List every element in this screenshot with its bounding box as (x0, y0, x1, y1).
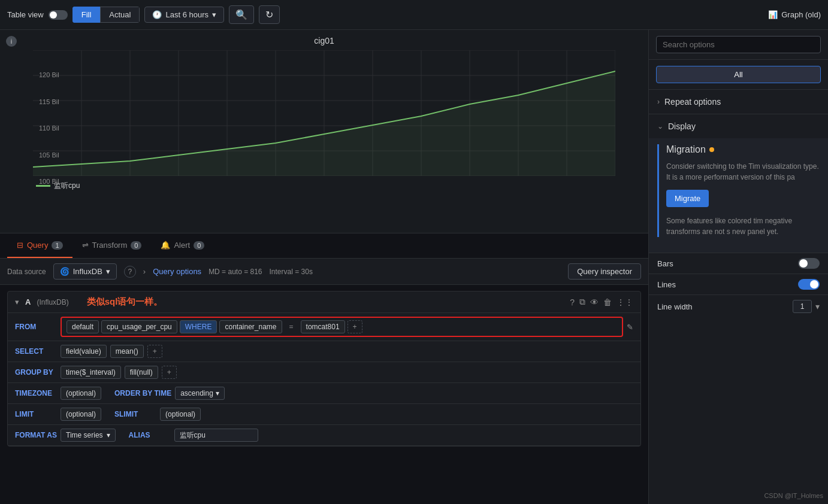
y-axis-label-3: 110 Bil (39, 125, 59, 132)
value-token[interactable]: tomcat801 (301, 320, 345, 333)
query-block-actions: ? ⧉ 👁 🗑 ⋮⋮ (570, 297, 633, 307)
linewidth-control: 1 ▾ (793, 300, 820, 313)
group-by-label: GROUP BY (15, 368, 57, 377)
query-options-link[interactable]: Query options (153, 267, 201, 276)
chevron-down-display: ⌄ (657, 122, 663, 130)
chart-area: i cig01 120 Bil 115 Bil 110 Bil 105 Bil … (0, 30, 648, 233)
repeat-options-header[interactable]: › Repeat options (649, 90, 828, 114)
field-token[interactable]: container_name (219, 320, 282, 333)
tab-alert-badge: 0 (194, 241, 204, 250)
tabs-bar: ⊟ Query 1 ⇌ Transform 0 🔔 Alert 0 (0, 233, 648, 259)
all-button[interactable]: All (656, 66, 821, 83)
refresh-button[interactable]: ↻ (259, 5, 280, 24)
timezone-value[interactable]: (optional) (61, 387, 101, 400)
chevron-down-format: ▾ (107, 431, 110, 439)
zoom-out-button[interactable]: 🔍 (229, 5, 254, 24)
tab-alert[interactable]: 🔔 Alert 0 (151, 233, 214, 258)
actual-button[interactable]: Actual (100, 7, 140, 23)
order-by-select[interactable]: ascending ▾ (175, 387, 225, 400)
graph-old-label: 📊 Graph (old) (768, 10, 821, 19)
alias-label: ALIAS (129, 431, 171, 439)
query-inspector-button[interactable]: Query inspector (568, 263, 641, 280)
limit-value[interactable]: (optional) (61, 408, 101, 421)
time-range-picker[interactable]: 🕐 Last 6 hours ▾ (144, 7, 224, 23)
chevron-down-icon-ds: ▾ (106, 267, 110, 276)
chart-svg: 17:30 18:00 18:30 19:00 19:30 20:00 20:3… (33, 50, 615, 176)
chevron-down-icon: ▾ (212, 10, 216, 19)
migration-title-text: Migration (666, 144, 706, 155)
bars-toggle[interactable] (798, 258, 820, 269)
query-block-a: ▾ A (InfluxDB) 类似sql语句一样。 ? ⧉ 👁 🗑 ⋮⋮ FRO… (7, 291, 641, 447)
tab-transform-badge: 0 (131, 241, 141, 250)
group-by-row: GROUP BY time($_interval) fill(null) + (8, 362, 640, 383)
display-section: ⌄ Display Migration Consider switching t… (649, 114, 828, 253)
equals-token: = (285, 321, 298, 333)
top-toolbar: Table view Fill Actual 🕐 Last 6 hours ▾ … (0, 0, 828, 30)
slimit-value[interactable]: (optional) (160, 408, 201, 421)
group-time[interactable]: time($_interval) (61, 366, 121, 379)
order-by-label: ORDER BY TIME (114, 389, 171, 397)
visibility-action-icon[interactable]: 👁 (590, 297, 599, 307)
left-panel: i cig01 120 Bil 115 Bil 110 Bil 105 Bil … (0, 30, 648, 504)
migrate-button[interactable]: Migrate (666, 190, 709, 207)
md-meta: MD = auto = 816 (208, 268, 262, 276)
limit-label: LIMIT (15, 410, 57, 418)
edit-icon[interactable]: ✎ (627, 323, 633, 332)
query-block-header: ▾ A (InfluxDB) 类似sql语句一样。 ? ⧉ 👁 🗑 ⋮⋮ (8, 292, 640, 313)
tab-transform-label: Transform (92, 241, 128, 250)
plus-token[interactable]: + (347, 320, 362, 333)
table-token[interactable]: cpu_usage_per_cpu (101, 320, 177, 333)
help-action-icon[interactable]: ? (570, 297, 575, 307)
tab-query-badge: 1 (52, 241, 62, 250)
limit-row: LIMIT (optional) SLIMIT (optional) (8, 404, 640, 425)
timezone-label: TIMEZONE (15, 389, 57, 397)
chevron-down-order: ▾ (216, 389, 219, 397)
fill-button[interactable]: Fill (72, 7, 101, 23)
migration-text: Consider switching to the Tim visualizat… (666, 161, 820, 183)
linewidth-down-arrow[interactable]: ▾ (815, 302, 820, 311)
slimit-label: SLIMIT (114, 410, 156, 418)
more-action-icon[interactable]: ⋮⋮ (617, 297, 633, 307)
from-row: FROM default cpu_usage_per_cpu WHERE con… (8, 313, 640, 341)
collapse-icon[interactable]: ▾ (15, 297, 19, 306)
format-as-select[interactable]: Time series ▾ (61, 429, 116, 442)
group-fill[interactable]: fill(null) (125, 366, 158, 379)
csdn-watermark: CSDN @IT_Holmes (764, 492, 823, 499)
display-section-header[interactable]: ⌄ Display (649, 114, 828, 138)
timezone-row: TIMEZONE (optional) ORDER BY TIME ascend… (8, 383, 640, 404)
main-layout: i cig01 120 Bil 115 Bil 110 Bil 105 Bil … (0, 30, 828, 504)
influxdb-icon: 🌀 (60, 267, 69, 276)
right-search-bar (649, 30, 828, 60)
alias-input[interactable] (174, 429, 258, 442)
legend-line (36, 185, 50, 187)
display-label: Display (668, 122, 696, 131)
group-plus-btn[interactable]: + (162, 366, 177, 379)
bars-row: Bars (649, 253, 828, 274)
tab-transform[interactable]: ⇌ Transform 0 (72, 233, 152, 258)
select-mean[interactable]: mean() (110, 345, 144, 358)
datasource-selector[interactable]: 🌀 InfluxDB ▾ (53, 263, 117, 280)
right-panel: All › Repeat options ⌄ Display Migration (648, 30, 828, 504)
table-view-switch[interactable] (49, 10, 68, 20)
select-plus-btn[interactable]: + (147, 345, 162, 358)
lines-toggle[interactable] (798, 279, 820, 290)
tab-alert-label: Alert (174, 241, 190, 250)
table-view-toggle[interactable]: Table view (7, 10, 68, 20)
info-icon[interactable]: i (6, 36, 17, 47)
interval-meta: Interval = 30s (270, 268, 313, 276)
migration-title: Migration (666, 144, 820, 155)
copy-action-icon[interactable]: ⧉ (579, 297, 585, 307)
format-row: FORMAT AS Time series ▾ ALIAS (8, 425, 640, 446)
query-options-bar: Data source 🌀 InfluxDB ▾ ? › Query optio… (0, 259, 648, 285)
search-options-input[interactable] (656, 36, 821, 53)
tab-query-label: Query (27, 241, 48, 250)
delete-action-icon[interactable]: 🗑 (603, 297, 612, 307)
tab-query[interactable]: ⊟ Query 1 (7, 233, 72, 258)
chart-legend: 监听cpu (0, 176, 648, 196)
y-axis: 120 Bil 115 Bil 110 Bil 105 Bil 100 Bil (39, 71, 59, 185)
linewidth-label: Line width (657, 302, 693, 311)
select-field-value[interactable]: field(value) (61, 345, 107, 358)
y-axis-label-4: 105 Bil (39, 151, 59, 159)
default-token[interactable]: default (67, 320, 99, 333)
help-icon[interactable]: ? (124, 266, 136, 278)
